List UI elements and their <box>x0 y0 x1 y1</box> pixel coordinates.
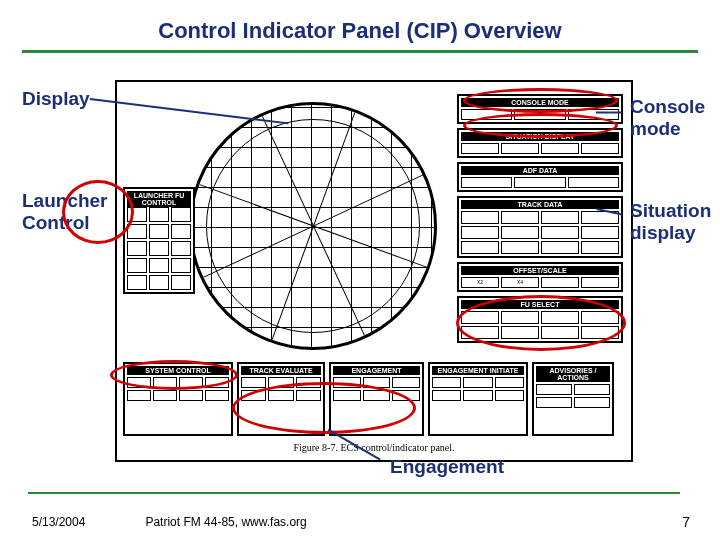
panel-button <box>149 207 169 222</box>
adf-data-header: ADF DATA <box>461 166 619 175</box>
panel-button <box>514 177 565 188</box>
track-evaluate-header: TRACK EVALUATE <box>241 366 321 375</box>
advisories-header: ADVISORIES / ACTIONS <box>536 366 610 382</box>
callout-situation-display: Situation display <box>630 200 711 244</box>
panel-button: X4 <box>501 277 539 288</box>
callout-text: Situation <box>630 200 711 221</box>
panel-button <box>461 241 499 254</box>
ring-engagement <box>232 382 416 434</box>
panel-button <box>171 224 191 239</box>
slide-title: Control Indicator Panel (CIP) Overview <box>0 0 720 50</box>
panel-button <box>461 226 499 239</box>
track-data-header: TRACK DATA <box>461 200 619 209</box>
panel-button <box>541 211 579 224</box>
adf-data-panel: ADF DATA <box>457 162 623 192</box>
ring-situation-display <box>463 113 618 138</box>
panel-button <box>581 277 619 288</box>
panel-button <box>581 241 619 254</box>
panel-button <box>581 143 619 154</box>
callout-display: Display <box>22 88 90 110</box>
offset-scale-panel: OFFSET/SCALE X2 X4 <box>457 262 623 292</box>
callout-text: Console <box>630 96 705 117</box>
panel-button <box>127 241 147 256</box>
callout-text: display <box>630 222 695 243</box>
leader-console <box>596 112 622 114</box>
engagement-header: ENGAGEMENT <box>333 366 420 375</box>
panel-button <box>541 277 579 288</box>
panel-button <box>149 275 169 290</box>
engagement-initiate-panel: ENGAGEMENT INITIATE <box>428 362 528 436</box>
panel-button <box>149 258 169 273</box>
panel-button <box>501 143 539 154</box>
footer-rule <box>28 492 680 494</box>
footer-page-number: 7 <box>682 514 690 530</box>
radar-scope <box>189 102 437 350</box>
ring-console-mode <box>463 88 618 113</box>
footer-date: 5/13/2004 <box>32 515 85 529</box>
figure-caption: Figure 8-7. ECS control/indicator panel. <box>117 442 631 453</box>
ring-fu-select <box>456 295 626 351</box>
callout-text: mode <box>630 118 681 139</box>
panel-button <box>461 211 499 224</box>
panel-button <box>171 275 191 290</box>
track-data-panel: TRACK DATA <box>457 196 623 258</box>
footer-credit: Patriot FM 44-85, www.fas.org <box>145 515 306 529</box>
panel-button <box>581 226 619 239</box>
advisories-panel: ADVISORIES / ACTIONS <box>532 362 614 436</box>
panel-button <box>171 207 191 222</box>
callout-console-mode: Console mode <box>630 96 705 140</box>
engagement-initiate-header: ENGAGEMENT INITIATE <box>432 366 524 375</box>
panel-button <box>501 211 539 224</box>
ring-system-control <box>110 360 238 390</box>
panel-button <box>541 226 579 239</box>
title-underline <box>22 50 698 53</box>
offset-scale-header: OFFSET/SCALE <box>461 266 619 275</box>
callout-engagement: Engagement <box>390 456 504 478</box>
panel-button <box>127 258 147 273</box>
panel-button: X2 <box>461 277 499 288</box>
panel-button <box>127 275 147 290</box>
panel-button <box>568 177 619 188</box>
panel-button <box>501 241 539 254</box>
panel-button <box>461 177 512 188</box>
slide-footer: 5/13/2004 Patriot FM 44-85, www.fas.org … <box>0 514 720 530</box>
ring-launcher <box>62 180 134 244</box>
launcher-header: LAUNCHER FU CONTROL <box>127 191 191 207</box>
panel-button <box>541 143 579 154</box>
panel-button <box>171 241 191 256</box>
panel-button <box>149 224 169 239</box>
panel-button <box>171 258 191 273</box>
panel-button <box>461 143 499 154</box>
panel-button <box>541 241 579 254</box>
panel-button <box>501 226 539 239</box>
panel-button <box>149 241 169 256</box>
